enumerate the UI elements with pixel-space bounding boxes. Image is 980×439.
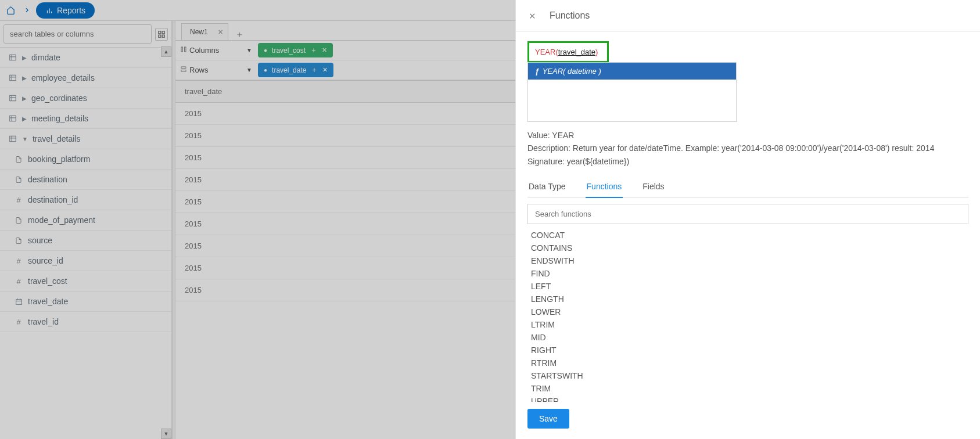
pill-travel-date[interactable]: ● travel_date ＋ ✕ [258,63,333,77]
table-dimdate[interactable]: ▶dimdate [0,48,171,68]
function-search-input[interactable] [527,204,968,224]
column-destination[interactable]: destination [0,170,171,190]
home-button[interactable] [2,2,19,19]
expr-close: ) [595,48,598,56]
reports-pill[interactable]: Reports [36,2,95,19]
function-mid[interactable]: MID [529,331,967,344]
svg-rect-6 [162,35,164,37]
number-icon: # [14,195,23,204]
bar-chart-icon [45,6,53,15]
text-icon [14,236,23,245]
add-tab-button[interactable]: ＋ [234,28,246,40]
function-right[interactable]: RIGHT [529,344,967,357]
table-label: employee_details [31,73,95,82]
table-label: dimdate [31,53,60,62]
column-source[interactable]: source [0,231,171,251]
column-travel_id[interactable]: #travel_id [0,312,171,332]
close-icon[interactable]: ✕ [322,66,328,74]
column-label: travel_date [28,297,68,306]
function-trim[interactable]: TRIM [529,382,967,395]
svg-rect-27 [185,47,186,52]
table-geo_cordinates[interactable]: ▶geo_cordinates [0,88,171,109]
column-label: travel_id [28,317,59,326]
function-left[interactable]: LEFT [529,280,967,293]
caret-icon: ▶ [22,55,27,61]
table-icon [8,73,17,82]
function-list: CONCATCONTAINSENDSWITHFINDLEFTLENGTHLOWE… [527,224,968,402]
chevron-down-icon[interactable]: ▼ [246,47,253,53]
function-startswith[interactable]: STARTSWITH [529,369,967,382]
svg-rect-7 [10,55,16,60]
chevron-down-icon[interactable]: ▼ [246,67,253,73]
rows-icon [180,66,187,74]
close-icon[interactable]: ✕ [322,46,327,54]
tab-label: New1 [190,28,208,36]
dimension-icon: ● [264,67,267,73]
column-travel_date[interactable]: travel_date [0,292,171,312]
suggestion-item[interactable]: ƒ YEAR( datetime ) [528,63,736,80]
table-icon [8,134,17,143]
pill-travel-cost[interactable]: ● travel_cost ＋ ✕ [258,43,333,57]
column-source_id[interactable]: #source_id [0,251,171,271]
column-label: mode_of_payment [28,215,95,225]
rows-shelf-label: Rows [180,66,246,74]
close-panel-button[interactable]: ✕ [529,11,538,20]
table-meeting_details[interactable]: ▶meeting_details [0,109,171,129]
close-icon[interactable]: ✕ [218,28,223,36]
scroll-up-button[interactable]: ▲ [161,46,171,57]
text-icon [14,175,23,184]
caret-icon: ▶ [22,95,27,102]
function-concat[interactable]: CONCAT [529,229,967,242]
caret-icon: ▶ [22,75,27,81]
date-icon [14,297,23,306]
expression-input[interactable]: YEAR(travel_date) [527,41,609,63]
function-contains[interactable]: CONTAINS [529,242,967,254]
function-upper[interactable]: UPPER [529,395,967,402]
function-endswith[interactable]: ENDSWITH [529,254,967,267]
column-label: destination [28,175,67,184]
plus-icon[interactable]: ＋ [310,45,317,55]
function-ltrim[interactable]: LTRIM [529,318,967,331]
svg-rect-22 [16,299,21,304]
function-find[interactable]: FIND [529,267,967,280]
column-travel_cost[interactable]: #travel_cost [0,271,171,292]
table-employee_details[interactable]: ▶employee_details [0,68,171,88]
table-tree: ▶dimdate▶employee_details▶geo_cordinates… [0,48,171,439]
plus-icon[interactable]: ＋ [311,65,318,75]
table-label: travel_details [33,134,81,143]
text-icon [14,154,23,164]
chevron-right-icon [23,6,31,14]
columns-icon [180,46,187,55]
column-mode_of_payment[interactable]: mode_of_payment [0,210,171,231]
expr-function-name: YEAR( [535,48,558,56]
column-label: booking_platform [28,154,90,164]
table-icon [8,53,17,62]
grid-icon [157,30,166,38]
save-button[interactable]: Save [527,409,569,429]
function-metadata: Value: YEAR Description: Return year for… [527,129,968,168]
scroll-down-button[interactable]: ▼ [161,429,171,439]
tab-data-type[interactable]: Data Type [527,176,567,197]
measure-icon: ● [264,47,267,53]
svg-rect-16 [10,116,16,121]
column-label: source_id [28,256,63,265]
breadcrumb-chevron[interactable] [19,2,35,19]
column-booking_platform[interactable]: booking_platform [0,149,171,170]
tab-new1[interactable]: New1 ✕ [181,23,228,40]
function-rtrim[interactable]: RTRIM [529,357,967,369]
caret-icon: ▼ [22,136,28,142]
function-length[interactable]: LENGTH [529,293,967,305]
grid-view-toggle[interactable] [155,28,168,41]
number-icon: # [14,317,23,326]
column-label: destination_id [28,195,78,204]
number-icon: # [14,276,23,286]
column-destination_id[interactable]: #destination_id [0,190,171,210]
table-travel_details[interactable]: ▼travel_details [0,129,171,149]
tab-fields[interactable]: Fields [641,176,665,197]
svg-rect-26 [181,47,183,52]
reports-label: Reports [57,6,85,15]
tab-functions[interactable]: Functions [586,176,623,198]
function-lower[interactable]: LOWER [529,305,967,318]
search-input[interactable] [3,24,152,44]
table-label: meeting_details [31,114,88,123]
